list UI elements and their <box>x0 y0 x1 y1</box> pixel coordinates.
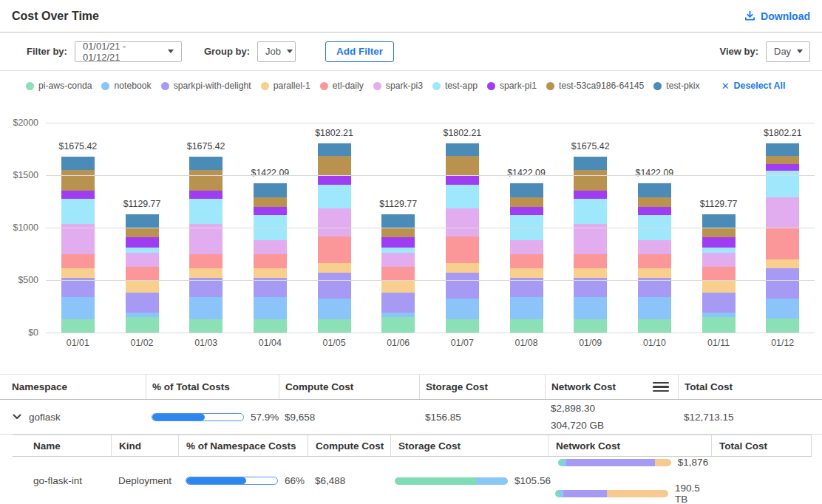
stacked-bar[interactable] <box>381 214 415 333</box>
view-by-select[interactable]: Day <box>766 41 810 62</box>
column-header-namespace[interactable]: Namespace <box>0 375 146 399</box>
bar-segment-etl-daily[interactable] <box>510 254 543 268</box>
bar-segment-test-pkix[interactable] <box>381 214 415 228</box>
stacked-bar[interactable] <box>254 183 287 333</box>
bar-segment-test-pkix[interactable] <box>254 183 287 197</box>
bar-segment-test-pkix[interactable] <box>318 143 351 156</box>
bar-segment-pi-aws-conda[interactable] <box>126 317 159 333</box>
column-header-pct-namespace-costs[interactable]: % of Namespace Costs <box>178 435 308 456</box>
column-header-kind[interactable]: Kind <box>111 435 178 456</box>
legend-item[interactable]: test-app <box>432 81 478 91</box>
column-header-storage-cost[interactable]: Storage Cost <box>419 375 545 399</box>
legend-item[interactable]: spark-pi3 <box>373 81 423 91</box>
bar-segment-parallel-1[interactable] <box>61 268 95 278</box>
bar-segment-etl-daily[interactable] <box>766 228 799 259</box>
bar-segment-sparkpi-with-delight[interactable] <box>126 293 159 313</box>
bar-segment-spark-pi3[interactable] <box>446 208 479 236</box>
bar-segment-pi-aws-conda[interactable] <box>381 317 415 333</box>
bar-segment-test-app[interactable] <box>381 248 415 253</box>
bar-segment-notebook[interactable] <box>446 299 479 319</box>
bar-segment-pi-aws-conda[interactable] <box>766 319 799 333</box>
bar-segment-spark-pi1[interactable] <box>510 207 543 215</box>
bar-segment-pi-aws-conda[interactable] <box>638 319 671 333</box>
bar-segment-parallel-1[interactable] <box>702 280 736 293</box>
bar-segment-test-app[interactable] <box>574 199 607 225</box>
bar-segment-spark-pi1[interactable] <box>702 237 736 247</box>
bar-segment-test-53ca9186-64145[interactable] <box>318 156 351 177</box>
bar-segment-etl-daily[interactable] <box>61 254 95 268</box>
column-header-total-cost[interactable]: Total Cost <box>678 375 822 399</box>
bar-segment-test-53ca9186-64145[interactable] <box>381 228 415 237</box>
bar-segment-etl-daily[interactable] <box>126 267 159 280</box>
bar-segment-spark-pi3[interactable] <box>381 253 415 267</box>
bar-segment-pi-aws-conda[interactable] <box>61 319 95 333</box>
bar-segment-notebook[interactable] <box>254 297 287 319</box>
bar-segment-spark-pi3[interactable] <box>638 240 671 254</box>
stacked-bar[interactable] <box>446 143 479 333</box>
bar-segment-test-53ca9186-64145[interactable] <box>574 170 607 191</box>
bar-segment-test-53ca9186-64145[interactable] <box>189 170 223 191</box>
bar-segment-pi-aws-conda[interactable] <box>446 319 479 333</box>
legend-item[interactable]: notebook <box>101 81 151 91</box>
bar-segment-spark-pi1[interactable] <box>61 191 95 198</box>
column-header-name[interactable]: Name <box>13 435 111 456</box>
bar-segment-spark-pi1[interactable] <box>126 237 159 247</box>
column-header-network-cost[interactable]: Network Cost <box>548 435 711 456</box>
bar-segment-test-app[interactable] <box>189 199 223 225</box>
bar-segment-spark-pi3[interactable] <box>189 224 223 253</box>
bar-segment-spark-pi3[interactable] <box>318 208 351 236</box>
bar-segment-test-pkix[interactable] <box>766 143 799 156</box>
legend-item[interactable]: pi-aws-conda <box>26 81 92 91</box>
stacked-bar[interactable] <box>189 157 223 333</box>
bar-segment-notebook[interactable] <box>638 297 671 319</box>
bar-segment-spark-pi1[interactable] <box>318 176 351 184</box>
bar-segment-spark-pi3[interactable] <box>61 224 95 253</box>
bar-segment-test-pkix[interactable] <box>189 157 223 169</box>
stacked-bar[interactable] <box>638 183 671 333</box>
bar-segment-test-53ca9186-64145[interactable] <box>510 197 543 207</box>
bar-segment-pi-aws-conda[interactable] <box>189 319 223 333</box>
column-header-total-cost[interactable]: Total Cost <box>711 435 812 456</box>
bar-segment-spark-pi1[interactable] <box>638 207 671 215</box>
bar-segment-test-53ca9186-64145[interactable] <box>766 156 799 164</box>
bar-segment-parallel-1[interactable] <box>510 268 543 278</box>
bar-segment-etl-daily[interactable] <box>574 254 607 268</box>
bar-segment-spark-pi1[interactable] <box>254 207 287 215</box>
bar-segment-sparkpi-with-delight[interactable] <box>766 268 799 299</box>
column-menu-icon[interactable] <box>651 381 670 394</box>
bar-segment-spark-pi3[interactable] <box>254 240 287 254</box>
bar-segment-parallel-1[interactable] <box>381 280 415 293</box>
bar-segment-sparkpi-with-delight[interactable] <box>446 273 479 299</box>
bar-segment-test-pkix[interactable] <box>61 157 95 169</box>
download-button[interactable]: Download <box>744 10 810 22</box>
bar-segment-test-app[interactable] <box>126 248 159 253</box>
stacked-bar[interactable] <box>766 143 799 333</box>
bar-segment-parallel-1[interactable] <box>318 263 351 273</box>
column-header-network-cost[interactable]: Network Cost <box>545 375 678 399</box>
bar-segment-notebook[interactable] <box>318 299 351 319</box>
legend-item[interactable]: test-53ca9186-64145 <box>546 81 644 91</box>
bar-segment-spark-pi3[interactable] <box>766 197 799 228</box>
bar-segment-spark-pi3[interactable] <box>702 253 736 267</box>
group-by-select[interactable]: Job <box>257 41 296 62</box>
bar-segment-test-app[interactable] <box>318 185 351 208</box>
legend-item[interactable]: etl-daily <box>320 81 364 91</box>
bar-segment-parallel-1[interactable] <box>126 280 159 293</box>
legend-item[interactable]: test-pkix <box>653 81 699 91</box>
deselect-all-button[interactable]: ✕ Deselect All <box>721 81 786 92</box>
bar-segment-sparkpi-with-delight[interactable] <box>381 293 415 313</box>
bar-segment-sparkpi-with-delight[interactable] <box>318 273 351 299</box>
date-range-select[interactable]: 01/01/21 - 01/12/21 <box>75 41 182 62</box>
bar-segment-test-pkix[interactable] <box>574 157 607 169</box>
bar-segment-test-pkix[interactable] <box>126 214 159 228</box>
bar-segment-notebook[interactable] <box>574 297 607 319</box>
column-header-pct-total-costs[interactable]: % of Total Costs <box>146 375 279 399</box>
bar-segment-etl-daily[interactable] <box>381 267 415 280</box>
legend-item[interactable]: parallel-1 <box>261 81 310 91</box>
bar-segment-test-app[interactable] <box>702 248 736 253</box>
bar-segment-spark-pi1[interactable] <box>446 176 479 184</box>
bar-segment-spark-pi1[interactable] <box>189 191 223 198</box>
bar-segment-etl-daily[interactable] <box>638 254 671 268</box>
bar-segment-notebook[interactable] <box>61 297 95 319</box>
bar-segment-notebook[interactable] <box>766 299 799 319</box>
